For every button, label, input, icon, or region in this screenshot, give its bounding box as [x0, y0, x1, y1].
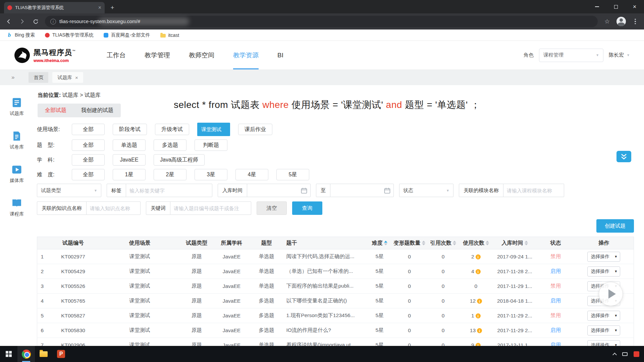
filter-option-button[interactable]: 1星	[113, 169, 146, 180]
bookmark-item[interactable]: TLIAS教学管理系统	[45, 32, 94, 38]
close-button[interactable]: ×	[625, 0, 644, 13]
sidebar-item[interactable]: 试卷库	[10, 131, 24, 150]
address-bar[interactable]: i tlias-resource-system.boxuegu.com/#	[45, 16, 598, 27]
row-action-select[interactable]: 选择操作▼	[587, 311, 620, 321]
itheima-logo[interactable]: 黑马程序员™ www.itheima.com	[14, 47, 76, 63]
page-tab[interactable]: 首页	[29, 72, 48, 83]
filter-option-button[interactable]: 全部	[72, 169, 105, 180]
filter-option-button[interactable]: 阶段考试	[113, 124, 147, 135]
column-header[interactable]: 入库时间	[492, 237, 537, 249]
user-menu[interactable]: 陈长宏 ▼	[609, 52, 630, 58]
minimize-button[interactable]	[588, 0, 606, 13]
filter-option-button[interactable]: 全部	[72, 139, 105, 151]
question-type-select[interactable]: 试题类型 ▼	[37, 184, 101, 197]
column-header[interactable]: 引用次数	[427, 237, 460, 249]
filter-option-button[interactable]: 2星	[154, 169, 186, 180]
maximize-button[interactable]	[606, 0, 625, 13]
sidebar-item[interactable]: 媒体库	[10, 164, 24, 184]
bookmark-item[interactable]: 百度网盘-全部文件	[104, 32, 150, 38]
browser-menu-icon[interactable]	[631, 17, 639, 25]
tag-input[interactable]	[126, 184, 212, 197]
filter-option-button[interactable]: 4星	[235, 169, 268, 180]
info-icon[interactable]: i	[476, 254, 481, 259]
clear-button[interactable]: 清空	[257, 201, 287, 215]
bookmark-item[interactable]: Bing 搜索	[7, 32, 35, 38]
powerpoint-taskbar-button[interactable]: P	[52, 346, 70, 362]
scene-cell: 课堂测试	[99, 279, 180, 294]
store-time-from-input[interactable]	[247, 184, 311, 197]
tab-close-icon[interactable]: ×	[98, 5, 101, 10]
calendar-icon[interactable]	[384, 187, 390, 194]
tray-display-icon[interactable]	[622, 352, 628, 356]
nav-item[interactable]: 教学资源	[233, 41, 259, 69]
module-name-input[interactable]	[503, 184, 564, 197]
filter-option-button[interactable]: Java高级工程师	[154, 154, 205, 166]
caret-down-icon: ▼	[627, 53, 630, 57]
back-button[interactable]	[5, 17, 13, 25]
role-select[interactable]: 课程管理 ▼	[539, 49, 603, 62]
filter-option-button[interactable]: 多选题	[154, 139, 186, 151]
status-cell: 禁用	[537, 279, 574, 294]
filter-option-button[interactable]: 全部	[72, 124, 105, 135]
profile-avatar[interactable]	[616, 17, 626, 26]
new-tab-button[interactable]: +	[107, 3, 117, 13]
chrome-taskbar-button[interactable]	[17, 346, 35, 362]
sidebar-item[interactable]: 课程库	[10, 198, 24, 217]
row-action-select[interactable]: 选择操作▼	[587, 252, 620, 262]
filter-option-button[interactable]: 判断题	[195, 139, 227, 151]
knowledge-name-input[interactable]	[86, 201, 141, 215]
sort-icons[interactable]	[453, 241, 456, 246]
filter-option-button[interactable]: 全部	[72, 154, 105, 166]
create-question-button[interactable]: 创建试题	[596, 219, 634, 233]
bookmark-star-icon[interactable]: ☆	[603, 17, 611, 25]
sort-icons[interactable]	[525, 241, 528, 246]
tray-expand-icon[interactable]	[613, 352, 616, 356]
filter-option-button[interactable]: JavaEE	[113, 154, 146, 166]
column-header[interactable]: 使用次数	[460, 237, 492, 249]
video-play-overlay-button[interactable]	[599, 282, 623, 306]
explorer-taskbar-button[interactable]	[35, 346, 52, 362]
question-type-cell: 多选题	[250, 308, 283, 323]
filter-option-button[interactable]: 单选题	[113, 139, 146, 151]
store-time-to-input[interactable]	[330, 184, 394, 197]
collapse-sidebar-icon[interactable]: »	[11, 74, 14, 81]
sort-icons[interactable]	[384, 241, 387, 246]
info-icon[interactable]: i	[477, 328, 482, 333]
nav-item[interactable]: BI	[277, 41, 283, 69]
info-icon[interactable]: i	[476, 269, 481, 274]
view-tab[interactable]: 全部试题	[38, 104, 74, 117]
keyword-input[interactable]	[170, 201, 251, 215]
forward-button[interactable]	[18, 17, 26, 25]
sort-icons[interactable]	[486, 241, 489, 246]
expand-filters-button[interactable]	[616, 151, 631, 162]
sidebar-item[interactable]: 试题库	[10, 97, 24, 117]
tray-red-badge-icon[interactable]	[634, 351, 639, 357]
row-action-select[interactable]: 选择操作▼	[587, 325, 620, 336]
nav-item[interactable]: 教学管理	[145, 41, 170, 69]
view-tab[interactable]: 我创建的试题	[74, 104, 121, 117]
filter-option-button[interactable]: 课堂测试	[197, 123, 230, 136]
calendar-icon[interactable]	[301, 187, 307, 194]
filter-option-button[interactable]: 升级考试	[155, 124, 189, 135]
close-tab-icon[interactable]: ×	[75, 75, 78, 80]
nav-item[interactable]: 教师空间	[189, 41, 214, 69]
sort-icons[interactable]	[422, 241, 425, 246]
column-header[interactable]: 难度	[367, 237, 392, 249]
filter-option-button[interactable]: 课后作业	[238, 124, 272, 135]
info-icon[interactable]: i	[477, 299, 482, 304]
search-button[interactable]: 查询	[292, 201, 322, 215]
filter-option-button[interactable]: 3星	[195, 169, 227, 180]
filter-option-button[interactable]: 5星	[276, 169, 309, 180]
column-header[interactable]: 变形题数量	[392, 237, 427, 249]
browser-tab[interactable]: TLIAS教学资源管理系统 ×	[4, 2, 105, 13]
nav-item[interactable]: 工作台	[107, 41, 126, 69]
page-tab[interactable]: 试题库×	[52, 72, 83, 83]
info-icon[interactable]: i	[476, 313, 481, 318]
bookmark-item[interactable]: itcast	[160, 33, 179, 38]
start-taskbar-button[interactable]	[0, 346, 17, 362]
row-action-select[interactable]: 选择操作▼	[587, 266, 620, 277]
refresh-button[interactable]	[32, 17, 40, 25]
site-info-icon[interactable]: i	[50, 19, 56, 24]
status-select[interactable]: 状态 ▼	[399, 184, 453, 197]
table-body: 1KT002977课堂测试原题JavaEE单选题阅读下列代码,选择正确的运...…	[37, 249, 634, 353]
